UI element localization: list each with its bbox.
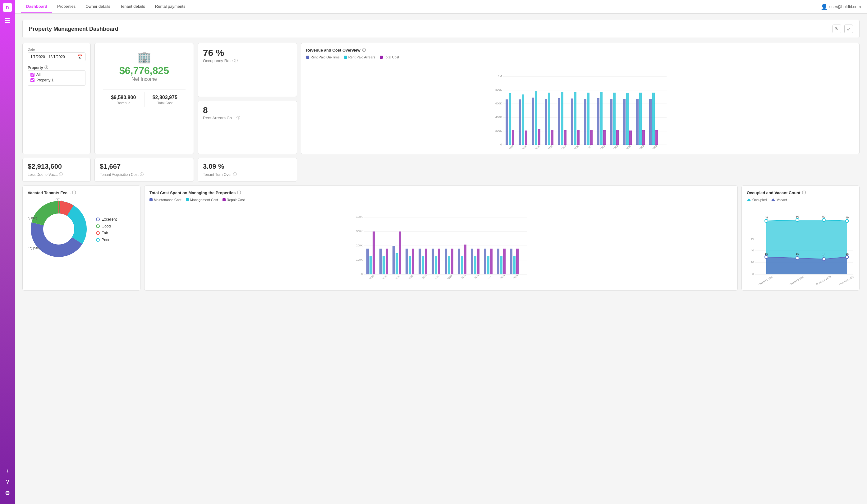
svg-rect-14 [512,130,514,145]
legend-dot-rent-arrears [344,56,347,59]
svg-text:Dec 2020: Dec 2020 [509,274,518,279]
occupancy-label: Occupancy Rate ⓘ [203,58,292,63]
property-1-label: Property 1 [36,78,53,82]
svg-rect-45 [649,99,652,145]
svg-rect-94 [432,249,434,275]
legend-rent-ontime: Rent Paid On-Time [306,55,340,59]
revenue-title-text: Revenue and Cost Overview [306,48,361,53]
tenant-turnover-label-text: Tenant Turn Over [203,172,232,177]
occupied-legend-label: Occupied [752,198,767,202]
svg-rect-39 [623,99,625,145]
vacated-info-icon: ⓘ [72,190,76,195]
svg-rect-85 [393,246,395,275]
date-input[interactable]: 1/1/2020 - 12/1/2020 📅 [28,53,85,61]
legend-dot-total-cost [380,56,383,59]
svg-text:Jun 2020: Jun 2020 [431,274,440,279]
legend-repair: Repair Cost [223,198,245,202]
tab-tenant-details[interactable]: Tenant details [115,0,150,13]
tab-dashboard[interactable]: Dashboard [21,0,52,13]
svg-rect-16 [522,95,524,145]
revenue-label: Revenue [103,101,144,105]
refresh-button[interactable]: ↻ [833,24,841,33]
svg-rect-95 [435,256,437,275]
svg-text:40: 40 [751,249,754,252]
property-1-checkbox[interactable] [31,78,34,82]
property-all-checkbox[interactable] [31,73,34,77]
help-icon[interactable]: ? [6,479,9,485]
legend-poor: Poor [96,238,117,242]
tab-properties[interactable]: Properties [52,0,81,13]
svg-rect-110 [500,256,503,275]
good-dot [96,224,100,228]
vacated-tenants-card: Vacated Tenants Fee... ⓘ [22,185,140,290]
loss-vacancy-label-text: Loss Due to Vac... [28,172,58,177]
cost-sub: $2,803,975 Total Cost [144,92,186,107]
occupancy-label-text: Occupancy Rate [203,58,233,63]
svg-text:Dec 2020: Dec 2020 [648,144,658,149]
occupancy-info-icon: ⓘ [234,58,238,63]
svg-point-140 [846,219,849,223]
management-label: Management Cost [190,198,218,202]
svg-rect-101 [461,256,463,275]
total-cost-title: Total Cost Spent on Managing the Propert… [149,190,732,195]
svg-text:49: 49 [765,216,768,219]
user-menu[interactable]: 👤 user@boldbi.com [821,3,861,10]
menu-icon[interactable]: ☰ [5,17,10,24]
svg-text:Apr 2020: Apr 2020 [405,274,414,279]
property-1-item[interactable]: Property 1 [31,78,83,82]
svg-rect-28 [574,92,576,145]
svg-rect-103 [471,249,473,275]
occupied-vacant-title-text: Occupied and Vacant Count [747,191,801,195]
svg-rect-96 [438,249,440,275]
rent-arrears-card: 8 Rent Arrears Co... ⓘ [197,101,297,154]
tenant-acquisition-amount: $1,667 [100,162,189,171]
legend-rent-arrears: Rent Paid Arrears [344,55,375,59]
legend-maintenance: Maintenance Cost [149,198,181,202]
svg-text:Feb 2020: Feb 2020 [378,274,388,279]
svg-text:(17...: (17... [56,198,62,201]
legend-total-cost-label: Total Cost [384,55,399,59]
svg-rect-106 [484,249,486,275]
total-cost-legend: Maintenance Cost Management Cost Repair … [149,198,732,202]
svg-rect-111 [503,249,506,275]
occ-vac-legend: Occupied Vacant [747,198,854,202]
occupied-vacant-title: Occupied and Vacant Count ⓘ [747,190,854,195]
svg-rect-84 [386,249,388,275]
maintenance-label: Maintenance Cost [154,198,181,202]
net-income-amount: $6,776,825 [119,65,169,76]
property-all-item[interactable]: All [31,72,83,77]
svg-rect-35 [603,130,606,145]
svg-text:50: 50 [822,215,825,218]
svg-rect-107 [487,256,490,275]
settings-icon[interactable]: ⚙ [5,490,10,496]
fair-label: Fair [101,231,108,235]
add-icon[interactable]: ＋ [5,467,10,474]
svg-text:400K: 400K [356,215,363,218]
date-value: 1/1/2020 - 12/1/2020 [31,55,65,59]
rent-arrears-label: Rent Arrears Co... ⓘ [203,115,292,120]
svg-text:Sep 2020: Sep 2020 [470,274,480,279]
svg-rect-19 [535,92,537,145]
total-cost-title-text: Total Cost Spent on Managing the Propert… [149,191,236,195]
property-all-label: All [36,72,40,77]
property-filter: All Property 1 [28,70,85,86]
svg-rect-42 [636,99,639,145]
svg-point-147 [822,258,825,261]
tenant-turnover-card: 3.09 % Tenant Turn Over ⓘ [197,158,297,182]
logo-text: n [6,5,9,10]
svg-text:Jan 2020: Jan 2020 [365,274,375,279]
cost-amount: $2,803,975 [144,95,186,100]
poor-label: Poor [101,238,109,242]
legend-rent-ontime-label: Rent Paid On-Time [310,55,340,59]
expand-button[interactable]: ⤢ [844,24,853,33]
acquisition-info-icon: ⓘ [140,172,143,177]
svg-rect-99 [451,249,453,275]
tab-owner-details[interactable]: Owner details [81,0,115,13]
calendar-icon: 📅 [77,54,83,60]
svg-rect-23 [551,130,554,145]
tab-rental-payments[interactable]: Rental payments [150,0,191,13]
user-avatar-icon: 👤 [821,3,827,10]
arrears-info-icon: ⓘ [236,115,240,120]
sidebar-logo[interactable]: n [3,3,12,12]
svg-text:Apr 2020: Apr 2020 [544,144,554,149]
